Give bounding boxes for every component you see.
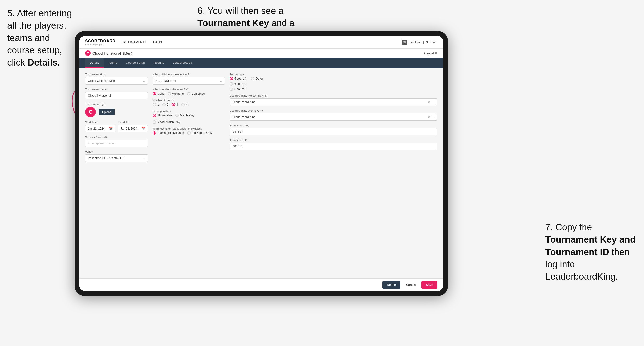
tablet-screen: SCOREBOARD Powered by clippd TOURNAMENTS…	[80, 36, 443, 291]
format-type-group: Format type 5 count 4 Other	[230, 73, 437, 91]
nav-right: SI Test User | Sign out	[402, 39, 437, 45]
start-date-calendar-icon: 📅	[109, 127, 113, 130]
individuals-only[interactable]: Individuals Only	[187, 131, 212, 135]
format-5count4-radio[interactable]	[230, 77, 233, 80]
nav-links: TOURNAMENTS TEAMS	[122, 39, 162, 45]
tab-teams[interactable]: Teams	[104, 58, 122, 68]
tournament-key-value: b4f6b7	[230, 128, 437, 135]
col-left: Tournament Host Clippd College - Men Tou…	[85, 73, 148, 274]
upload-button[interactable]: Upload	[99, 109, 115, 115]
scoring-match-radio[interactable]	[175, 114, 179, 117]
rounds-2-radio[interactable]	[162, 103, 166, 106]
dropdown-icon-2[interactable]: ⌄	[432, 115, 435, 119]
end-date-input[interactable]: Jan 23, 2024 📅	[118, 125, 148, 132]
tournament-id-value: 302051	[230, 143, 437, 150]
end-date-calendar-icon: 📅	[141, 127, 145, 130]
sub-nav: C Clippd Invitational (Men) Cancel ✕	[80, 49, 443, 58]
venue-input[interactable]: Peachtree GC - Atlanta - GA	[85, 154, 148, 162]
rounds-label: Number of rounds	[153, 99, 225, 102]
division-input[interactable]: NCAA Division III	[153, 77, 225, 85]
top-cancel-button[interactable]: Cancel ✕	[424, 51, 437, 55]
gender-womens[interactable]: Womens	[168, 92, 184, 95]
clear-icon-1[interactable]: ✕	[428, 100, 430, 104]
rounds-4[interactable]: 4	[181, 103, 188, 106]
teams-label: Is this event for Teams and/or Individua…	[153, 127, 225, 130]
main-content: Tournament Host Clippd College - Men Tou…	[80, 68, 443, 278]
rounds-1[interactable]: 1	[153, 103, 159, 106]
gender-radio-group: Mens Womens Combined	[153, 92, 225, 95]
gender-mens[interactable]: Mens	[153, 92, 164, 95]
avatar: SI	[402, 40, 407, 45]
teams-plus-individuals[interactable]: Teams (+Individuals)	[153, 131, 184, 135]
logo-upload-area: C Upload	[85, 107, 148, 117]
tournament-host-group: Tournament Host Clippd College - Men	[85, 73, 148, 85]
format-5count4[interactable]: 5 count 4	[230, 77, 246, 80]
rounds-3-radio[interactable]	[172, 103, 175, 106]
individuals-radio[interactable]	[187, 131, 190, 135]
user-name: Test User	[409, 41, 421, 44]
format-other[interactable]: Other	[251, 77, 263, 80]
rounds-radio-group: 1 2 3 4	[153, 103, 225, 106]
col-mid: Which division is the event for? NCAA Di…	[153, 73, 225, 274]
tab-leaderboards[interactable]: Leaderboards	[168, 58, 196, 68]
clear-icon-2[interactable]: ✕	[428, 115, 430, 119]
format-6count5-radio[interactable]	[230, 88, 233, 91]
tournament-logo-icon: C	[85, 50, 90, 56]
format-type-label: Format type	[230, 73, 437, 76]
format-6count4[interactable]: 6 count 4	[230, 82, 437, 86]
third-party-1-label: Use third-party live scoring API?	[230, 94, 437, 97]
tab-details[interactable]: Details	[85, 58, 104, 68]
tab-results[interactable]: Results	[149, 58, 168, 68]
gender-womens-radio[interactable]	[168, 92, 171, 95]
scoring-medal-match[interactable]: Medal Match Play	[153, 121, 180, 124]
sponsor-group: Sponsor (optional) Enter sponsor name	[85, 136, 148, 147]
tabs-bar: Details Teams Course Setup Results Leade…	[80, 58, 443, 68]
tournament-logo-label: Tournament logo	[85, 103, 148, 106]
third-party-1-input[interactable]: Leaderboard King ✕ ⌄	[230, 98, 437, 106]
tournament-name-label: Tournament name	[85, 88, 148, 91]
nav-teams[interactable]: TEAMS	[151, 39, 162, 45]
format-other-radio[interactable]	[251, 77, 254, 80]
brand-name: SCOREBOARD	[85, 39, 116, 43]
venue-label: Venue	[85, 150, 148, 153]
rounds-1-radio[interactable]	[153, 103, 156, 106]
division-group: Which division is the event for? NCAA Di…	[153, 73, 225, 85]
scoring-stroke-radio[interactable]	[153, 114, 156, 117]
rounds-3[interactable]: 3	[172, 103, 178, 106]
tournament-key-label: Tournament Key	[230, 124, 437, 127]
rounds-4-radio[interactable]	[181, 103, 185, 106]
format-6count5[interactable]: 6 count 5	[230, 88, 437, 91]
footer-cancel-button[interactable]: Cancel	[403, 281, 419, 289]
third-party-2-label: Use third-party scoring API?	[230, 109, 437, 112]
dropdown-icon-1[interactable]: ⌄	[432, 100, 435, 104]
tournament-name-input[interactable]: Clippd Invitational	[85, 92, 148, 99]
tab-course-setup[interactable]: Course Setup	[122, 58, 149, 68]
tournament-key-group: Tournament Key b4f6b7	[230, 124, 437, 135]
rounds-group: Number of rounds 1 2 3	[153, 99, 225, 106]
scoring-medal-radio[interactable]	[153, 121, 156, 124]
footer: Delete Cancel Save	[80, 278, 443, 291]
scoring-stroke[interactable]: Stroke Play	[153, 114, 172, 117]
start-date-label: Start date	[85, 121, 115, 124]
scoring-match[interactable]: Match Play	[175, 114, 194, 117]
sponsor-input[interactable]: Enter sponsor name	[85, 140, 148, 147]
third-party-2-input[interactable]: Leaderboard King ✕ ⌄	[230, 113, 437, 121]
format-row-1: 5 count 4 Other	[230, 77, 437, 80]
gender-combined[interactable]: Combined	[187, 92, 205, 95]
gender-combined-radio[interactable]	[187, 92, 190, 95]
nav-tournaments[interactable]: TOURNAMENTS	[122, 39, 146, 45]
third-party-1-icons: ✕ ⌄	[428, 100, 435, 104]
save-button[interactable]: Save	[422, 281, 437, 289]
gender-group: Which gender is the event for? Mens Wome…	[153, 88, 225, 95]
sign-out-link[interactable]: Sign out	[426, 39, 437, 45]
logo-preview: C	[85, 107, 96, 117]
start-date-input[interactable]: Jan 21, 2024 📅	[85, 125, 115, 132]
division-label: Which division is the event for?	[153, 73, 225, 76]
rounds-2[interactable]: 2	[162, 103, 168, 106]
format-6count4-radio[interactable]	[230, 82, 233, 86]
brand-sub: Powered by clippd	[85, 43, 116, 46]
tournament-host-input[interactable]: Clippd College - Men	[85, 77, 148, 85]
delete-button[interactable]: Delete	[382, 281, 400, 289]
gender-mens-radio[interactable]	[153, 92, 156, 95]
teams-radio[interactable]	[153, 131, 156, 135]
